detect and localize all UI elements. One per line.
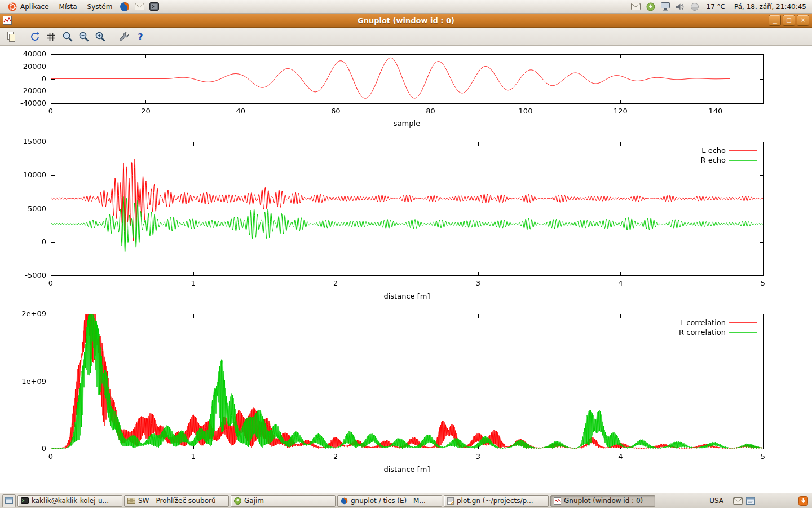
- taskbar-item-label: Gnuplot (window id : 0): [564, 497, 643, 505]
- help-button[interactable]: ?: [133, 29, 148, 44]
- keyboard-layout-indicator[interactable]: USA: [709, 497, 723, 505]
- weather-icon: [690, 2, 700, 12]
- menu-system[interactable]: Systém: [83, 2, 117, 12]
- desktop: Aplikace Místa Systém: [0, 0, 812, 508]
- gajim-icon: [234, 497, 241, 505]
- echo-chart[interactable]: [0, 135, 812, 305]
- display-tray-icon[interactable]: [660, 2, 670, 12]
- zoom-out-button[interactable]: [76, 29, 91, 44]
- show-desktop-button[interactable]: [2, 494, 16, 507]
- taskbar-item-label: SW - Prohlížeč souborů: [138, 497, 216, 505]
- mail-tray-icon[interactable]: [631, 2, 641, 12]
- magnifier-plus-icon: [95, 31, 106, 42]
- window-titlebar[interactable]: Gnuplot (window id : 0) ▁ □ ×: [0, 14, 812, 28]
- grid-button[interactable]: [43, 29, 59, 44]
- wrench-icon: [118, 31, 130, 42]
- taskbar-item-label: gnuplot / tics (E) - M...: [351, 497, 426, 505]
- clock[interactable]: Pá, 18. září, 21:40:45: [732, 3, 809, 11]
- temperature-label: 17 °C: [704, 3, 727, 11]
- taskbar-item-editor[interactable]: plot.gn (~/projects/p...: [444, 495, 549, 507]
- menu-applications-label: Aplikace: [20, 3, 49, 11]
- update-notifier-icon[interactable]: [797, 495, 809, 506]
- taskbar-item-label: plot.gn (~/projects/p...: [457, 497, 533, 505]
- zoom-button[interactable]: [60, 29, 75, 44]
- gnuplot-toolbar: ?: [0, 28, 812, 46]
- toolbar-separator: [112, 31, 112, 42]
- firefox-launcher-icon[interactable]: [118, 1, 131, 13]
- gnuplot-window-icon: [3, 16, 12, 25]
- file-manager-icon: [127, 497, 135, 504]
- top-panel: Aplikace Místa Systém: [0, 0, 812, 14]
- chirp-signal-chart[interactable]: [0, 47, 812, 132]
- taskbar-item-terminal[interactable]: kaklik@kaklik-kolej-u...: [17, 495, 122, 507]
- replot-button[interactable]: [27, 29, 42, 44]
- magnifier-minus-icon: [78, 31, 90, 42]
- terminal-launcher-icon[interactable]: [147, 1, 161, 13]
- refresh-icon: [29, 31, 41, 42]
- maximize-button[interactable]: □: [783, 15, 795, 26]
- grid-icon: [46, 31, 57, 42]
- text-editor-icon: [447, 497, 454, 505]
- correlation-chart[interactable]: [0, 308, 812, 478]
- window-title: Gnuplot (window id : 0): [0, 16, 812, 25]
- svg-text:?: ?: [138, 32, 143, 42]
- menu-applications[interactable]: Aplikace: [3, 1, 54, 12]
- copy-button[interactable]: [3, 29, 19, 44]
- panel-left: Aplikace Místa Systém: [3, 1, 161, 13]
- volume-tray-icon[interactable]: [675, 2, 685, 12]
- taskbar-item-gajim[interactable]: Gajim: [231, 495, 336, 507]
- minimize-glyph: ▁: [773, 17, 777, 23]
- taskbar-item-firefox[interactable]: gnuplot / tics (E) - M...: [337, 495, 442, 507]
- gnuplot-plot-area: [0, 46, 812, 493]
- minimize-button[interactable]: ▁: [769, 15, 781, 26]
- panel-right: 17 °C Pá, 18. září, 21:40:45: [631, 2, 809, 12]
- window-selector-icon[interactable]: [745, 495, 756, 506]
- magnifier-icon: [62, 31, 73, 42]
- taskbar-item-file-manager[interactable]: SW - Prohlížeč souborů: [124, 495, 229, 507]
- taskbar-item-label: kaklik@kaklik-kolej-u...: [32, 497, 109, 505]
- toolbar-separator: [23, 31, 23, 42]
- taskbar-item-gnuplot[interactable]: Gnuplot (window id : 0): [550, 495, 655, 507]
- maximize-glyph: □: [786, 17, 791, 23]
- terminal-icon: [21, 497, 29, 504]
- close-glyph: ×: [801, 17, 805, 23]
- taskbar-item-label: Gajim: [244, 497, 264, 505]
- copy-icon: [6, 31, 17, 42]
- mail-taskbar-icon[interactable]: [732, 495, 743, 506]
- mail-launcher-icon[interactable]: [133, 1, 146, 13]
- show-desktop-icon: [5, 497, 13, 504]
- zoom-in-button[interactable]: [92, 29, 108, 44]
- firefox-icon: [341, 497, 348, 505]
- bottom-taskbar: kaklik@kaklik-kolej-u... SW - Prohlížeč …: [0, 493, 812, 508]
- menu-system-label: Systém: [87, 3, 113, 11]
- update-tray-icon[interactable]: [646, 2, 656, 12]
- close-button[interactable]: ×: [797, 15, 809, 26]
- help-icon: ?: [135, 31, 146, 42]
- settings-button[interactable]: [116, 29, 131, 44]
- menu-places[interactable]: Místa: [55, 2, 82, 12]
- window-controls: ▁ □ ×: [769, 15, 809, 26]
- ubuntu-logo-icon: [8, 2, 17, 11]
- gnuplot-icon: [554, 497, 561, 505]
- menu-places-label: Místa: [59, 3, 77, 11]
